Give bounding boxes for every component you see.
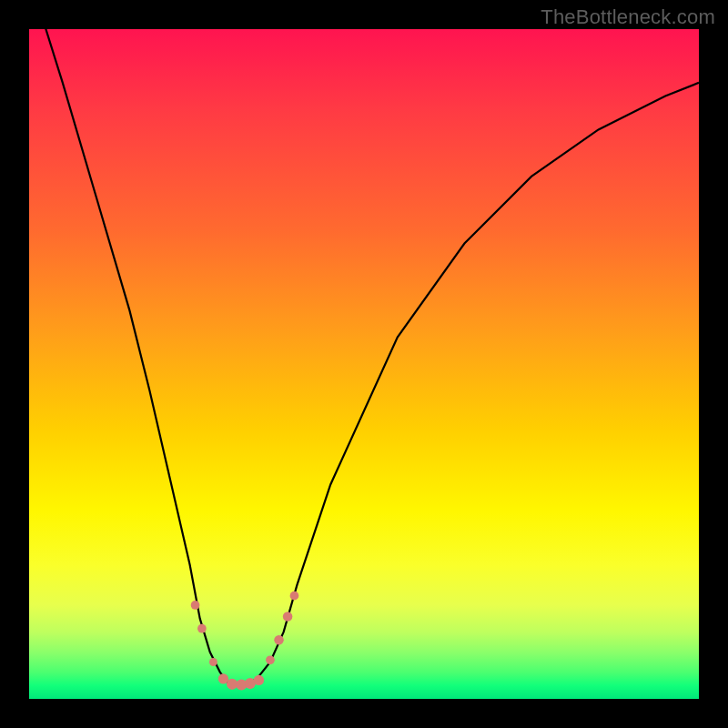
plot-area [29, 29, 699, 699]
data-marker [209, 658, 217, 666]
chart-svg [29, 29, 699, 699]
bottleneck-curve-path [29, 29, 699, 685]
data-marker [283, 612, 293, 622]
data-marker [254, 675, 264, 685]
outer-frame: TheBottleneck.com [0, 0, 728, 728]
data-marker [191, 601, 200, 610]
data-marker [197, 624, 207, 633]
data-marker [290, 592, 299, 601]
data-marker [274, 635, 284, 645]
watermark-text: TheBottleneck.com [541, 5, 715, 29]
data-marker [227, 679, 238, 690]
data-marker [266, 655, 275, 664]
